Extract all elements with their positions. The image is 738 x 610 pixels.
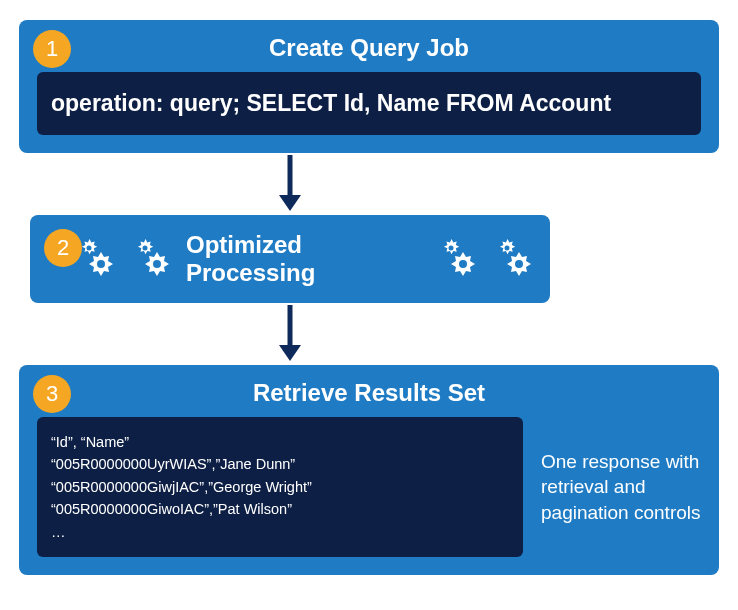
step-1-badge: 1 [33,30,71,68]
svg-marker-1 [279,195,301,211]
query-text: operation: query; SELECT Id, Name FROM A… [51,90,687,117]
step-2-title: Optimized Processing [186,231,424,287]
step-1-number: 1 [46,36,58,62]
svg-marker-11 [279,345,301,361]
svg-point-5 [153,260,161,268]
results-header: “Id”, “Name” [51,431,509,453]
results-side-note: One response with retrieval and paginati… [541,417,701,557]
arrow-down-icon [275,155,305,213]
arrow-1 [30,153,550,215]
arrow-2 [30,303,550,365]
gears-icon [436,237,480,281]
step-3-box: 3 Retrieve Results Set “Id”, “Name” “005… [19,365,719,575]
step-3-badge: 3 [33,375,71,413]
step-2-content: Optimized Processing [44,225,536,293]
step-1-box: 1 Create Query Job operation: query; SEL… [19,20,719,153]
step-3-layout: “Id”, “Name” “005R0000000UyrWIAS”,”Jane … [37,417,701,557]
step-3-title: Retrieve Results Set [37,379,701,407]
svg-point-8 [505,246,510,251]
step-2-number: 2 [57,235,69,261]
svg-point-7 [459,260,467,268]
results-ellipsis: … [51,521,509,543]
step-1-query-panel: operation: query; SELECT Id, Name FROM A… [37,72,701,135]
arrow-down-icon [275,305,305,363]
svg-point-9 [515,260,523,268]
svg-point-6 [449,246,454,251]
results-row: “005R0000000GiwoIAC”,”Pat Wilson” [51,498,509,520]
svg-point-2 [87,246,92,251]
step-1-title: Create Query Job [37,34,701,62]
gears-icon [492,237,536,281]
step-2-box: 2 Optimized Processing [30,215,550,303]
results-side-text: One response with retrieval and paginati… [541,449,701,526]
svg-point-3 [97,260,105,268]
gears-icon [130,237,174,281]
results-row: “005R0000000UyrWIAS”,”Jane Dunn” [51,453,509,475]
step-3-number: 3 [46,381,58,407]
results-panel: “Id”, “Name” “005R0000000UyrWIAS”,”Jane … [37,417,523,557]
results-row: “005R0000000GiwjIAC”,”George Wright” [51,476,509,498]
step-2-badge: 2 [44,229,82,267]
svg-point-4 [143,246,148,251]
